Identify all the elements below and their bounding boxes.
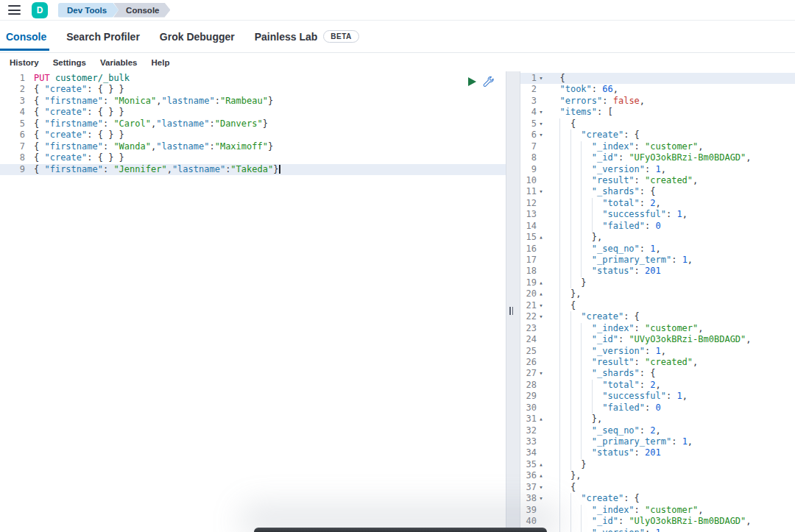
fold-toggle-icon[interactable]: ▾ bbox=[537, 118, 545, 130]
code-line[interactable]: 41 "_version": 1, bbox=[520, 528, 795, 532]
code-line[interactable]: 14 "failed": 0 bbox=[520, 221, 795, 232]
tab-search-profiler[interactable]: Search Profiler bbox=[66, 31, 140, 43]
code-line[interactable]: 4▾ "items": [ bbox=[520, 107, 795, 118]
fold-toggle-icon[interactable]: ▾ bbox=[537, 368, 545, 379]
fold-toggle-icon[interactable]: ▾ bbox=[537, 482, 545, 493]
code-line[interactable]: 3 "errors": false, bbox=[520, 96, 795, 107]
code-line[interactable]: 34 "status": 201 bbox=[520, 447, 795, 458]
indent-guide bbox=[570, 244, 571, 255]
code-line[interactable]: 31▴ }, bbox=[520, 414, 795, 425]
code-line[interactable]: 15▴ }, bbox=[520, 232, 795, 243]
code-line[interactable]: 40 "_id": "UlyO3okBRzi-Bm0BDAGD", bbox=[520, 516, 795, 527]
indent-guide bbox=[559, 357, 560, 368]
line-number: 4 bbox=[0, 107, 25, 118]
fold-gutter bbox=[537, 380, 545, 391]
code-line[interactable]: 19▴ } bbox=[520, 277, 795, 288]
code-line[interactable]: 5{ "firstname": "Carol","lastname":"Danv… bbox=[0, 118, 506, 130]
code-line[interactable]: 4{ "create": { } } bbox=[0, 107, 506, 118]
menu-item-settings[interactable]: Settings bbox=[50, 58, 89, 67]
fold-toggle-icon[interactable]: ▾ bbox=[537, 493, 545, 504]
menu-item-variables[interactable]: Variables bbox=[97, 58, 141, 67]
fold-toggle-icon[interactable]: ▾ bbox=[537, 300, 545, 311]
code-line[interactable]: 30 "failed": 0 bbox=[520, 402, 795, 414]
fold-toggle-icon[interactable]: ▾ bbox=[537, 107, 545, 118]
code-line[interactable]: 12 "total": 2, bbox=[520, 198, 795, 209]
menu-icon[interactable] bbox=[8, 5, 21, 15]
indent-guide bbox=[581, 414, 582, 425]
tab-grok-debugger[interactable]: Grok Debugger bbox=[160, 31, 235, 43]
send-request-button play-icon[interactable] bbox=[468, 77, 476, 86]
request-editor[interactable]: 1PUT customer/_bulk2{ "create": { } }3{ … bbox=[0, 71, 506, 532]
code-line[interactable]: 25 "_version": 1, bbox=[520, 346, 795, 357]
code-line[interactable]: 28 "total": 2, bbox=[520, 380, 795, 391]
code-line[interactable]: 8 "_id": "UFyO3okBRzi-Bm0BDAGD", bbox=[520, 152, 795, 163]
menu-item-history[interactable]: History bbox=[7, 58, 42, 67]
indent-guide bbox=[570, 221, 571, 232]
code-line[interactable]: 1▾ { bbox=[520, 73, 795, 84]
code-line[interactable]: 29 "successful": 1, bbox=[520, 391, 795, 402]
code-line[interactable]: 17 "_primary_term": 1, bbox=[520, 255, 795, 266]
menu-item-help[interactable]: Help bbox=[149, 58, 173, 67]
code-line[interactable]: 6▾ "create": { bbox=[520, 130, 795, 141]
code-line[interactable]: 9 "_version": 1, bbox=[520, 164, 795, 175]
code-text: "result": "created", bbox=[545, 357, 795, 368]
indent-guide bbox=[581, 255, 582, 266]
code-line[interactable]: 32 "_seq_no": 2, bbox=[520, 425, 795, 436]
code-line[interactable]: 18 "status": 201 bbox=[520, 266, 795, 277]
fold-toggle-icon[interactable]: ▴ bbox=[537, 414, 545, 425]
code-line[interactable]: 9{ "firstname": "Jennifer","lastname":"T… bbox=[0, 164, 506, 175]
deployment-logo[interactable]: D bbox=[32, 2, 48, 18]
fold-toggle-icon[interactable]: ▾ bbox=[537, 130, 545, 141]
fold-toggle-icon[interactable]: ▴ bbox=[537, 470, 545, 481]
indent-guide bbox=[570, 277, 571, 288]
fold-toggle-icon[interactable]: ▾ bbox=[537, 73, 545, 84]
code-line[interactable]: 22▾ "create": { bbox=[520, 311, 795, 322]
code-line[interactable]: 20▴ }, bbox=[520, 288, 795, 299]
fold-gutter bbox=[537, 255, 545, 266]
indent-guide bbox=[559, 402, 560, 414]
code-line[interactable]: 35▴ } bbox=[520, 459, 795, 470]
code-line[interactable]: 5▾ { bbox=[520, 118, 795, 130]
code-line[interactable]: 8{ "create": { } } bbox=[0, 152, 506, 163]
code-line[interactable]: 1PUT customer/_bulk bbox=[0, 73, 506, 84]
code-line[interactable]: 16 "_seq_no": 1, bbox=[520, 244, 795, 255]
code-line[interactable]: 13 "successful": 1, bbox=[520, 209, 795, 220]
pane-resizer-handle[interactable] bbox=[509, 307, 513, 315]
code-line[interactable]: 39 "_index": "customer", bbox=[520, 505, 795, 516]
breadcrumb-console[interactable]: Console bbox=[113, 3, 170, 18]
fold-toggle-icon[interactable]: ▾ bbox=[537, 311, 545, 322]
fold-gutter bbox=[537, 516, 545, 527]
code-line[interactable]: 24 "_id": "UVyO3okBRzi-Bm0BDAGD", bbox=[520, 334, 795, 345]
code-line[interactable]: 10 "result": "created", bbox=[520, 175, 795, 186]
code-line[interactable]: 7{ "firstname": "Wanda","lastname":"Maxi… bbox=[0, 141, 506, 152]
code-line[interactable]: 26 "result": "created", bbox=[520, 357, 795, 368]
code-line[interactable]: 21▾ { bbox=[520, 300, 795, 311]
fold-toggle-icon[interactable]: ▴ bbox=[537, 288, 545, 299]
response-viewer[interactable]: 1▾ {2 "took": 66,3 "errors": false,4▾ "i… bbox=[520, 71, 795, 532]
code-line[interactable]: 38▾ "create": { bbox=[520, 493, 795, 504]
fold-gutter bbox=[537, 334, 545, 345]
indent-guide bbox=[559, 516, 560, 527]
breadcrumb-dev-tools[interactable]: Dev Tools bbox=[58, 3, 119, 18]
tab-painless-lab[interactable]: Painless Lab BETA bbox=[255, 30, 359, 43]
console-menu: History Settings Variables Help bbox=[0, 53, 795, 71]
code-line[interactable]: 7 "_index": "customer", bbox=[520, 141, 795, 152]
fold-toggle-icon[interactable]: ▴ bbox=[537, 277, 545, 288]
code-line[interactable]: 3{ "firstname": "Monica","lastname":"Ram… bbox=[0, 96, 506, 107]
code-line[interactable]: 27▾ "_shards": { bbox=[520, 368, 795, 379]
code-line[interactable]: 37▾ { bbox=[520, 482, 795, 493]
fold-toggle-icon[interactable]: ▾ bbox=[537, 186, 545, 197]
code-line[interactable]: 2 "took": 66, bbox=[520, 84, 795, 95]
code-line[interactable]: 36▴ }, bbox=[520, 470, 795, 481]
code-line[interactable]: 11▾ "_shards": { bbox=[520, 186, 795, 197]
code-line[interactable]: 33 "_primary_term": 1, bbox=[520, 436, 795, 447]
fold-toggle-icon[interactable]: ▴ bbox=[537, 459, 545, 470]
line-number: 30 bbox=[520, 402, 537, 414]
indent-guide bbox=[559, 288, 560, 299]
tab-console[interactable]: Console bbox=[6, 31, 46, 43]
code-line[interactable]: 6{ "create": { } } bbox=[0, 130, 506, 141]
code-line[interactable]: 2{ "create": { } } bbox=[0, 84, 506, 95]
code-line[interactable]: 23 "_index": "customer", bbox=[520, 323, 795, 334]
console-settings-button wrench-icon[interactable] bbox=[483, 76, 494, 87]
fold-toggle-icon[interactable]: ▴ bbox=[537, 232, 545, 243]
